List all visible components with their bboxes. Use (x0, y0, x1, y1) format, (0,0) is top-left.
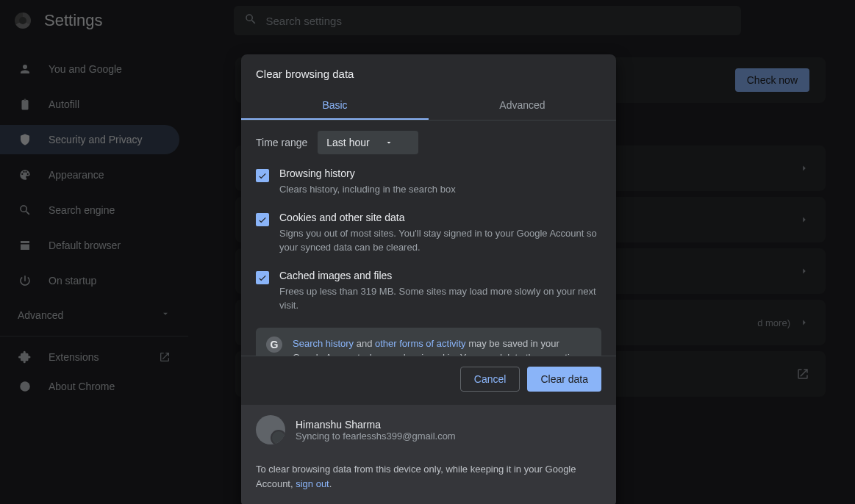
chevron-down-icon (384, 138, 393, 147)
dialog-footer: To clear browsing data from this device … (241, 455, 616, 504)
check-desc: Clears history, including in the search … (279, 182, 456, 197)
checkbox[interactable] (256, 271, 269, 284)
check-title: Cookies and other site data (279, 212, 601, 223)
google-info-box: G Search history and other forms of acti… (256, 328, 601, 356)
avatar (256, 415, 285, 444)
dialog-body: Time range Last hour Browsing history Cl… (241, 120, 616, 356)
checkbox[interactable] (256, 169, 269, 182)
dialog-actions: Cancel Clear data (241, 356, 616, 405)
account-name: Himanshu Sharma (296, 419, 456, 431)
account-row: Himanshu Sharma Syncing to fearlesshs399… (241, 405, 616, 455)
cancel-button[interactable]: Cancel (460, 367, 520, 392)
time-range-value: Last hour (326, 137, 369, 148)
other-forms-link[interactable]: other forms of activity (375, 338, 466, 349)
checkbox-cached: Cached images and files Frees up less th… (256, 270, 601, 313)
search-history-link[interactable]: Search history (293, 338, 354, 349)
clear-data-button[interactable]: Clear data (527, 367, 601, 392)
time-range-label: Time range (256, 137, 307, 148)
dialog-title: Clear browsing data (241, 54, 616, 90)
google-g-icon: G (266, 336, 282, 353)
account-sync: Syncing to fearlesshs399@gmail.com (296, 431, 456, 442)
check-title: Cached images and files (279, 270, 601, 281)
tab-basic[interactable]: Basic (241, 90, 429, 120)
sign-out-link[interactable]: sign out (296, 478, 329, 489)
check-desc: Signs you out of most sites. You'll stay… (279, 226, 601, 255)
info-text: Search history and other forms of activi… (293, 336, 591, 356)
check-title: Browsing history (279, 168, 456, 179)
clear-browsing-data-dialog: Clear browsing data Basic Advanced Time … (241, 54, 616, 504)
dialog-tabs: Basic Advanced (241, 90, 616, 120)
checkbox[interactable] (256, 213, 269, 226)
check-desc: Frees up less than 319 MB. Some sites ma… (279, 284, 601, 313)
checkbox-browsing-history: Browsing history Clears history, includi… (256, 168, 601, 197)
time-range-row: Time range Last hour (256, 131, 601, 154)
time-range-select[interactable]: Last hour (318, 131, 418, 154)
checkbox-cookies: Cookies and other site data Signs you ou… (256, 212, 601, 255)
tab-advanced[interactable]: Advanced (429, 90, 616, 120)
